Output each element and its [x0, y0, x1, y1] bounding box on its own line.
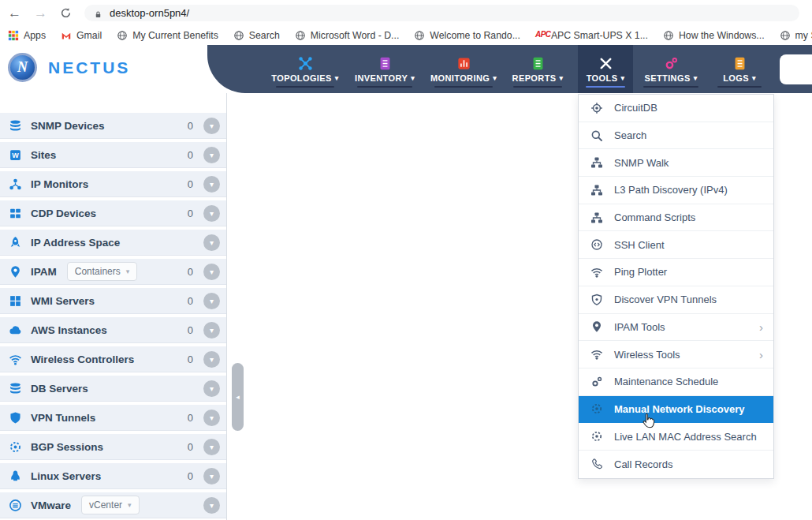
- chevron-down-icon: ▾: [210, 180, 214, 189]
- sidebar-collapse-handle[interactable]: ◂: [232, 363, 244, 431]
- bookmark-item[interactable]: How the Windows...: [663, 30, 765, 41]
- menu-item[interactable]: SSH Client: [579, 231, 773, 259]
- menu-item[interactable]: SNMP Walk: [579, 149, 773, 177]
- menu-item[interactable]: L3 Path Discovery (IPv4): [579, 177, 773, 204]
- sidebar-item[interactable]: IP Monitors 0 ▾: [0, 171, 226, 197]
- tree-icon: [590, 184, 603, 196]
- expand-button[interactable]: ▾: [203, 176, 220, 193]
- bookmark-item[interactable]: Welcome to Rando...: [414, 30, 520, 41]
- menu-item[interactable]: Wireless Tools ›: [579, 341, 773, 368]
- phone-icon: [590, 458, 603, 470]
- bookmark-item[interactable]: My Current Benefits: [117, 30, 218, 41]
- bookmark-item[interactable]: Apps: [8, 30, 46, 41]
- sidebar-item-label: IP Monitors: [31, 178, 88, 190]
- cloud-icon: [9, 324, 22, 337]
- nav-item[interactable]: SETTINGS▾: [633, 45, 709, 93]
- sidebar-item[interactable]: BGP Sessions 0 ▾: [0, 434, 226, 460]
- menu-item[interactable]: Discover VPN Tunnels: [579, 286, 773, 314]
- sidebar-item[interactable]: WMI Servers 0 ▾: [0, 288, 226, 314]
- menu-item[interactable]: Search: [579, 122, 773, 150]
- nav-underline: [586, 86, 625, 88]
- menu-item[interactable]: IPAM Tools ›: [579, 314, 773, 342]
- bookmark-item[interactable]: Gmail: [61, 30, 102, 41]
- menu-item[interactable]: Maintenance Schedule: [579, 368, 773, 396]
- expand-button[interactable]: ▾: [203, 264, 220, 280]
- caret-down-icon: ▾: [335, 74, 339, 82]
- menu-item[interactable]: Manual Network Discovery: [579, 396, 773, 424]
- nav-item[interactable]: INVENTORY▾: [346, 45, 423, 93]
- menu-item[interactable]: Ping Plotter: [579, 259, 773, 286]
- nav-item[interactable]: LOGS▾: [709, 45, 770, 93]
- forward-icon[interactable]: →: [34, 6, 47, 20]
- dotted-gear-icon: [9, 440, 22, 454]
- magnifier-icon: [590, 129, 603, 142]
- circuitdb-icon: [590, 102, 603, 114]
- expand-button[interactable]: ▾: [203, 293, 220, 309]
- nav-item[interactable]: TOPOLOGIES▾: [264, 45, 346, 93]
- nav-reports-icon: [531, 56, 546, 71]
- expand-button[interactable]: ▾: [203, 497, 220, 514]
- nav-label: MONITORING: [430, 73, 490, 83]
- expand-button[interactable]: ▾: [203, 205, 220, 222]
- pin-icon: [590, 320, 603, 333]
- sidebar-divider: [226, 93, 227, 520]
- expand-button[interactable]: ▾: [203, 380, 220, 397]
- caret-down-icon: ▾: [126, 267, 130, 275]
- nectus-logo[interactable]: N NECTUS: [8, 53, 130, 82]
- nav-settings-icon: [664, 56, 679, 71]
- expand-button[interactable]: ▾: [203, 468, 220, 484]
- sidebar-item[interactable]: SNMP Devices 0 ▾: [0, 113, 226, 139]
- grid-icon: [9, 207, 22, 220]
- nav-item[interactable]: TOOLS▾: [578, 45, 633, 93]
- caret-down-icon: ▾: [128, 501, 132, 509]
- expand-button[interactable]: ▾: [203, 234, 220, 251]
- sidebar-item-label: BGP Sessions: [31, 441, 103, 453]
- dotted-gear-icon: [590, 430, 603, 443]
- sidebar-item[interactable]: IPAM Containers▾ 0 ▾: [0, 259, 226, 285]
- expand-button[interactable]: ▾: [203, 147, 220, 163]
- expand-button[interactable]: ▾: [203, 410, 220, 426]
- item-count: 0: [188, 324, 193, 336]
- sidebar-item[interactable]: VMware vCenter▾ ▾: [0, 492, 226, 518]
- caret-down-icon: ▾: [411, 74, 415, 82]
- header-search-input[interactable]: [780, 54, 812, 84]
- sidebar-item[interactable]: Linux Servers 0 ▾: [0, 463, 226, 489]
- address-bar[interactable]: desktop-orn5pn4/: [84, 5, 799, 21]
- nav-item[interactable]: REPORTS▾: [504, 45, 572, 93]
- sidebar-item-dropdown[interactable]: Containers▾: [67, 262, 138, 281]
- menu-item-label: Discover VPN Tunnels: [614, 294, 717, 305]
- menu-item[interactable]: Live LAN MAC Address Search: [579, 423, 773, 451]
- menu-item[interactable]: CircuitDB: [579, 95, 773, 122]
- expand-button[interactable]: ▾: [203, 322, 220, 339]
- caret-down-icon: ▾: [493, 74, 497, 82]
- caret-down-icon: ▾: [620, 74, 624, 82]
- sidebar-item[interactable]: DB Servers ▾: [0, 376, 226, 402]
- item-count: 0: [188, 354, 193, 365]
- sidebar-item[interactable]: IP Address Space ▾: [0, 230, 226, 256]
- bookmark-item[interactable]: Microsoft Word - D...: [295, 30, 400, 41]
- item-count: 0: [188, 295, 193, 307]
- bookmark-item[interactable]: APC APC Smart-UPS X 1...: [535, 30, 648, 41]
- expand-button[interactable]: ▾: [203, 118, 220, 134]
- bookmark-label: Gmail: [76, 30, 102, 41]
- back-icon[interactable]: ←: [8, 6, 21, 20]
- globe-icon: [414, 30, 425, 41]
- nav-item[interactable]: MONITORING▾: [423, 45, 504, 93]
- sidebar-item[interactable]: CDP Devices 0 ▾: [0, 200, 226, 226]
- sidebar-item[interactable]: VPN Tunnels 0 ▾: [0, 405, 226, 431]
- nav-label: SETTINGS: [644, 73, 690, 83]
- bookmark-item[interactable]: my Social Security |...: [780, 30, 812, 41]
- expand-button[interactable]: ▾: [203, 351, 220, 368]
- sidebar-item[interactable]: AWS Instances 0 ▾: [0, 317, 226, 343]
- menu-item-label: L3 Path Discovery (IPv4): [614, 184, 728, 196]
- expand-button[interactable]: ▾: [203, 439, 220, 455]
- bookmark-item[interactable]: Search: [233, 30, 280, 41]
- menu-item[interactable]: Call Records: [579, 451, 773, 478]
- sidebar-item[interactable]: Wireless Controllers 0 ▾: [0, 346, 226, 372]
- sidebar-item[interactable]: W Sites 0 ▾: [0, 142, 226, 168]
- item-count: 0: [188, 149, 193, 161]
- sidebar-item-dropdown[interactable]: vCenter▾: [81, 496, 140, 514]
- menu-item[interactable]: Command Scripts: [579, 204, 773, 232]
- refresh-icon[interactable]: [60, 7, 72, 19]
- menu-item-label: CircuitDB: [614, 102, 657, 114]
